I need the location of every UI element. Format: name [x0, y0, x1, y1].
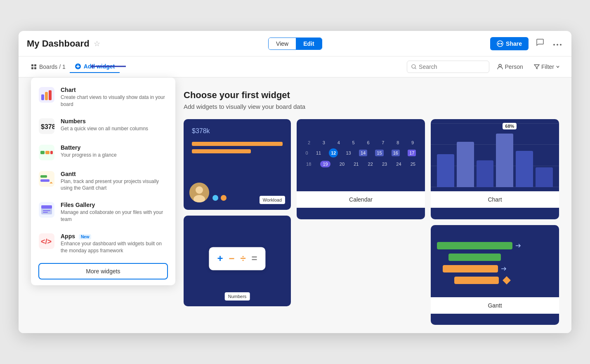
comment-icon	[536, 38, 544, 47]
menu-item-battery[interactable]: Battery Your progress in a glance	[31, 139, 175, 166]
share-icon	[497, 40, 503, 47]
chart-card[interactable]: 68% Chart	[431, 119, 559, 219]
comment-button[interactable]	[534, 37, 546, 50]
svg-rect-8	[31, 67, 33, 69]
new-badge: New	[79, 234, 92, 240]
svg-point-40	[196, 186, 203, 194]
calendar-card[interactable]: 2 3 4 5 6 7 8 9 0	[297, 119, 425, 219]
cal-d22: 22	[368, 162, 373, 167]
more-dots-icon	[553, 44, 562, 46]
menu-item-apps[interactable]: </> Apps New Enhance your dashboard with…	[31, 228, 175, 259]
svg-rect-25	[40, 151, 45, 154]
svg-text:$378k: $378k	[41, 123, 54, 130]
gantt-card[interactable]: Gantt	[431, 225, 559, 325]
files-menu-text: Files Gallery Manage and collaborate on …	[61, 202, 168, 223]
search-box[interactable]	[407, 61, 489, 73]
more-options-button[interactable]	[552, 38, 563, 49]
dot-orange	[221, 195, 227, 201]
svg-text:</>: </>	[41, 237, 52, 246]
menu-item-files[interactable]: Files Gallery Manage and collaborate on …	[31, 197, 175, 228]
boards-link[interactable]: Boards / 1	[27, 61, 70, 73]
gantt-arrow2	[500, 265, 507, 272]
cal-d4: 4	[337, 140, 340, 145]
cal-d0: 0	[306, 150, 308, 155]
numbers-menu-text: Numbers Get a quick view on all number c…	[61, 118, 168, 132]
cal-d6: 6	[367, 140, 369, 145]
title-area: My Dashboard ☆	[27, 38, 100, 49]
workload-bar1	[192, 142, 283, 146]
sub-right: Person Filter	[407, 61, 563, 73]
battery-menu-desc: Your progress in a glance	[61, 152, 168, 159]
svg-rect-27	[50, 151, 53, 154]
cal-d12-today: 12	[329, 148, 338, 157]
gantt-row1	[437, 242, 553, 249]
gantt-bar-green	[437, 242, 512, 249]
filter-icon	[534, 64, 540, 70]
svg-point-2	[500, 43, 502, 45]
avatar-img	[189, 183, 209, 202]
menu-item-numbers[interactable]: $378k Numbers Get a quick view on all nu…	[31, 113, 175, 139]
search-icon	[411, 64, 417, 70]
avatar	[189, 183, 209, 202]
share-button[interactable]: Share	[490, 37, 529, 50]
numbers-icons: + − ÷ =	[209, 247, 265, 270]
arrow-indicator	[91, 60, 132, 75]
view-button[interactable]: View	[269, 38, 296, 49]
div-sign: ÷	[240, 253, 245, 264]
gantt-row2	[448, 254, 553, 261]
cal-d15: 15	[375, 150, 383, 156]
more-widgets-button[interactable]: More widgets	[38, 263, 168, 279]
chart-menu-icon	[38, 87, 55, 103]
person-button[interactable]: Person	[493, 61, 526, 73]
cal-d19: 19	[320, 161, 330, 167]
numbers-menu-title: Numbers	[61, 118, 168, 124]
files-menu-title: Files Gallery	[61, 202, 168, 208]
eq-sign: =	[252, 253, 257, 264]
menu-item-chart[interactable]: Chart Create chart views to visually sho…	[31, 82, 175, 113]
bar1	[437, 154, 454, 187]
gantt-bar-green2	[448, 254, 500, 261]
cal-d2: 2	[308, 140, 310, 145]
cal-d5: 5	[352, 140, 355, 145]
cal-d13: 13	[346, 150, 351, 155]
bar4: 68%	[496, 134, 513, 187]
svg-rect-19	[41, 94, 44, 100]
cal-d24: 24	[396, 162, 401, 167]
numbers-menu-icon: $378k	[38, 118, 55, 134]
svg-line-16	[415, 68, 416, 69]
battery-menu-text: Battery Your progress in a glance	[61, 144, 168, 159]
gantt-bar-yellow	[443, 265, 498, 272]
numbers-label-tag: Numbers	[225, 292, 250, 301]
workload-label-tag: Workload	[260, 196, 285, 204]
chevron-down-icon	[556, 65, 560, 69]
search-input[interactable]	[419, 63, 484, 70]
bar5	[516, 151, 533, 187]
bar2	[457, 142, 474, 187]
view-edit-group: View Edit	[268, 38, 322, 50]
person-icon	[497, 63, 503, 70]
numbers-card-left[interactable]: + − ÷ = Numbers	[184, 216, 291, 306]
add-widget-dropdown: Chart Create chart views to visually sho…	[31, 77, 175, 285]
choose-title: Choose your first widget	[184, 90, 559, 101]
chart-menu-desc: Create chart views to visually show data…	[61, 94, 168, 108]
gantt-menu-icon	[38, 171, 55, 187]
apps-menu-icon: </>	[38, 233, 55, 249]
svg-rect-35	[43, 210, 50, 211]
svg-rect-29	[40, 175, 47, 178]
svg-rect-36	[43, 212, 48, 213]
calendar-preview: 2 3 4 5 6 7 8 9 0	[302, 140, 420, 171]
boards-icon	[31, 64, 37, 70]
edit-button[interactable]: Edit	[296, 38, 321, 49]
choose-sub: Add widgets to visually view your board …	[184, 103, 559, 110]
cal-d20: 20	[340, 162, 345, 167]
star-icon[interactable]: ☆	[94, 39, 100, 48]
gantt-diamond	[503, 276, 511, 284]
chart-preview: 68%	[431, 119, 559, 191]
menu-item-gantt[interactable]: Gantt Plan, track and present your proje…	[31, 166, 175, 197]
svg-point-15	[411, 65, 415, 68]
main-content: Chart Create chart views to visually sho…	[19, 77, 571, 333]
workload-card-left[interactable]: $378k	[184, 119, 291, 210]
svg-rect-34	[41, 205, 52, 209]
cal-d23: 23	[382, 162, 387, 167]
filter-button[interactable]: Filter	[531, 61, 563, 73]
